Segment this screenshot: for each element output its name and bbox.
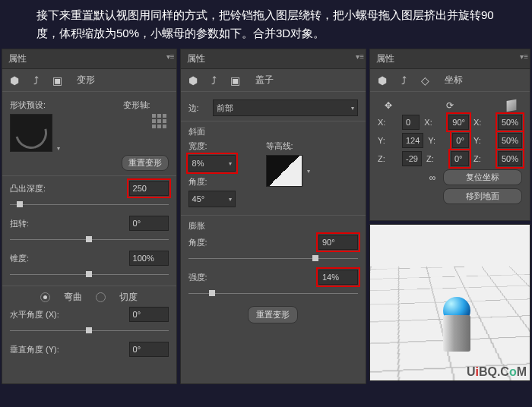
- pos-y-label: Y:: [378, 136, 397, 145]
- mesh-icon[interactable]: ⬢: [8, 74, 21, 87]
- object-cylinder: [443, 315, 470, 352]
- inflate-angle-label: 角度:: [188, 237, 234, 248]
- shape-preset-label: 形状预设:: [10, 99, 55, 111]
- scale-z-label: Z:: [473, 154, 493, 163]
- inflate-header: 膨胀: [188, 220, 358, 232]
- twist-field[interactable]: 0°: [129, 216, 169, 231]
- panel-menu-icon[interactable]: ▾≡: [356, 52, 364, 61]
- bend-radio[interactable]: [40, 292, 50, 302]
- reset-deform-button[interactable]: 重置变形: [122, 155, 169, 171]
- panel-title: 属性: [2, 49, 176, 69]
- deform-icon[interactable]: ⤴: [30, 74, 42, 87]
- rot-z-label: Z:: [426, 154, 446, 163]
- twist-slider[interactable]: [10, 234, 169, 245]
- panel-menu-icon[interactable]: ▾≡: [520, 52, 528, 61]
- extrude-depth-label: 凸出深度:: [10, 183, 55, 194]
- inflate-angle-slider[interactable]: [188, 253, 358, 263]
- axis-grid[interactable]: [152, 114, 169, 131]
- cap-panel: 属性 ▾≡ ⬢ ⤴ ▣ 盖子 边: 前部▾ 斜面 宽度: 8%▾ 角度: 45°…: [180, 49, 366, 384]
- deform-panel: 属性 ▾≡ ⬢ ⤴ ▣ 变形 形状预设: 变形轴: ▾ 重置变形 凸出深度:: [2, 49, 177, 384]
- pos-x-label: X:: [378, 118, 397, 127]
- horiz-angle-label: 水平角度 (X):: [10, 309, 71, 320]
- bend-label: 弯曲: [64, 291, 82, 304]
- taper-label: 锥度:: [10, 253, 55, 264]
- rot-z-field[interactable]: 0°: [451, 151, 469, 166]
- reset-cap-button[interactable]: 重置变形: [248, 306, 298, 323]
- reset-coords-button[interactable]: 复位坐标: [443, 169, 522, 185]
- shape-preset-thumb[interactable]: [10, 114, 52, 152]
- cap-icon[interactable]: ▣: [51, 74, 63, 87]
- scale-y-label: Y:: [473, 136, 493, 145]
- pos-z-field[interactable]: -29: [402, 151, 422, 166]
- instruction-text: 接下来重置默认视图用同样的方式，把铃铛拖入图层绕转，把小螺母拖入图层挤出并旋转9…: [0, 0, 532, 49]
- strength-label: 强度:: [188, 272, 234, 283]
- bevel-header: 斜面: [188, 126, 358, 137]
- rot-y-field[interactable]: 0°: [452, 133, 469, 148]
- contour-label: 等高线:: [266, 140, 358, 152]
- pos-x-field[interactable]: 0: [402, 115, 420, 130]
- link-icon[interactable]: ∞: [426, 172, 439, 184]
- pos-z-label: Z:: [378, 154, 397, 163]
- tab-label: 变形: [77, 74, 95, 87]
- mesh-icon[interactable]: ⬢: [187, 74, 199, 87]
- extrude-depth-field[interactable]: 250: [129, 181, 169, 196]
- side-dropdown[interactable]: 前部▾: [213, 99, 358, 116]
- deform-icon[interactable]: ⤴: [208, 74, 220, 87]
- angle-label: 角度:: [188, 176, 261, 188]
- scale-x-label: X:: [473, 118, 493, 127]
- taper-field[interactable]: 100%: [129, 251, 169, 266]
- rot-x-label: X:: [424, 118, 444, 127]
- panel-title: 属性: [370, 49, 530, 69]
- cap-tab-row: ⬢ ⤴ ▣ 盖子: [181, 69, 366, 92]
- scale-z-field[interactable]: 50%: [498, 151, 522, 166]
- move-to-ground-button[interactable]: 移到地面: [443, 188, 522, 204]
- side-label: 边:: [188, 103, 208, 114]
- tab-label: 盖子: [255, 74, 274, 87]
- deform-tab-row: ⬢ ⤴ ▣ 变形: [2, 69, 176, 92]
- pos-y-field[interactable]: 124: [402, 133, 423, 148]
- tab-label: 坐标: [445, 74, 463, 87]
- strength-slider[interactable]: [188, 288, 358, 298]
- extrude-depth-slider[interactable]: [10, 199, 169, 210]
- rot-x-field[interactable]: 90°: [448, 115, 469, 130]
- vert-angle-label: 垂直角度 (Y):: [10, 344, 71, 355]
- panel-menu-icon[interactable]: ▾≡: [166, 52, 175, 61]
- scale-cube-icon: [505, 99, 518, 112]
- panels-container: 属性 ▾≡ ⬢ ⤴ ▣ 变形 形状预设: 变形轴: ▾ 重置变形 凸出深度:: [0, 49, 532, 384]
- twist-label: 扭转:: [10, 218, 55, 229]
- rot-y-label: Y:: [428, 136, 448, 145]
- shear-radio[interactable]: [96, 292, 106, 302]
- move-icon: ✥: [382, 99, 394, 112]
- horiz-slider[interactable]: [10, 325, 169, 336]
- inflate-angle-field[interactable]: 90°: [318, 235, 358, 250]
- bevel-width-field[interactable]: 8%▾: [188, 155, 236, 172]
- axis-label: 变形轴:: [123, 99, 169, 111]
- scale-x-field[interactable]: 50%: [498, 115, 522, 130]
- watermark: UiBQ.CoM: [467, 365, 527, 379]
- panel-title: 属性: [181, 49, 366, 69]
- deform-icon[interactable]: ⤴: [397, 74, 410, 87]
- coords-tab-row: ⬢ ⤴ ◇ 坐标: [370, 69, 530, 92]
- scale-y-field[interactable]: 50%: [498, 133, 522, 148]
- rotate-icon: ⟳: [444, 99, 456, 112]
- taper-slider[interactable]: [10, 269, 169, 279]
- width-label: 宽度:: [188, 140, 261, 152]
- rendered-object: [442, 297, 472, 352]
- cap-icon[interactable]: ▣: [230, 74, 242, 87]
- contour-thumb[interactable]: [266, 155, 302, 187]
- shear-label: 切度: [119, 291, 138, 304]
- coord-icon[interactable]: ◇: [419, 74, 431, 87]
- 3d-preview: UiBQ.CoM: [369, 224, 530, 381]
- vert-angle-field[interactable]: 0°: [129, 342, 169, 357]
- horiz-angle-field[interactable]: 0°: [129, 307, 169, 322]
- bevel-angle-field[interactable]: 45°▾: [188, 191, 236, 207]
- right-column: 属性 ▾≡ ⬢ ⤴ ◇ 坐标 ✥ ⟳ X:0 X:90° X:50%: [369, 49, 530, 384]
- mesh-icon[interactable]: ⬢: [376, 74, 388, 87]
- strength-field[interactable]: 14%: [318, 270, 358, 285]
- coords-panel: 属性 ▾≡ ⬢ ⤴ ◇ 坐标 ✥ ⟳ X:0 X:90° X:50%: [369, 49, 530, 221]
